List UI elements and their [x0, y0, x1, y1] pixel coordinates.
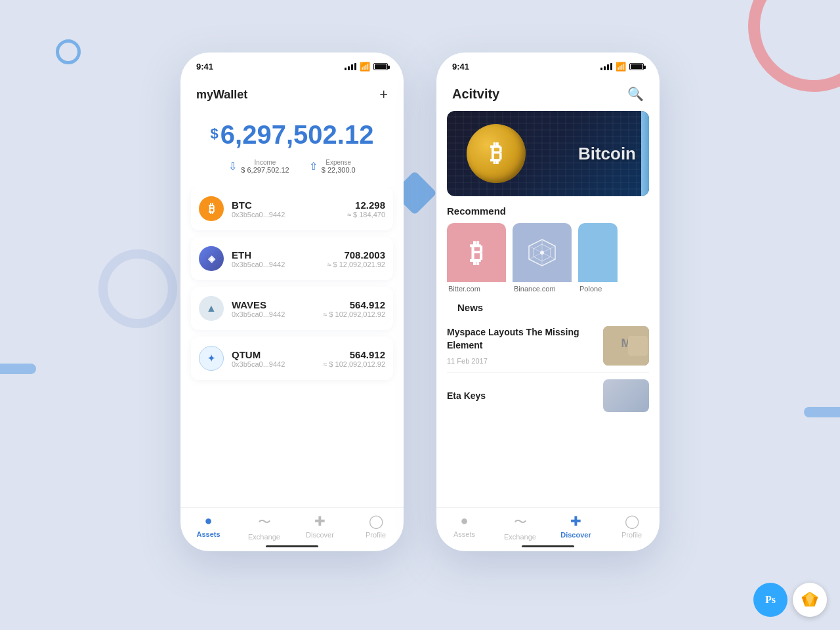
bg-decoration-arc: [748, 0, 840, 92]
search-button[interactable]: 🔍: [627, 86, 644, 102]
qtum-info: QTUM 0x3b5ca0...9442: [232, 349, 323, 368]
bottom-nav-1: ● Assets 〜 Exchange ✚ Discover ◯ Profile: [180, 507, 404, 551]
crypto-row-eth[interactable]: ◈ ETH 0x3b5ca0...9442 708.2003 ≈ $ 12,09…: [191, 237, 393, 280]
btc-info: BTC 0x3b5ca0...9442: [232, 200, 347, 219]
news-thumb-svg: M: [603, 326, 649, 366]
recommend-title: Recommend: [436, 205, 660, 223]
wifi-icon-2: 📶: [616, 62, 626, 72]
assets-label-2: Assets: [453, 530, 475, 538]
home-indicator-1: [266, 545, 318, 547]
nav-profile-2[interactable]: ◯ Profile: [604, 513, 660, 541]
wallet-header: myWallet +: [180, 81, 404, 114]
bg-decoration-circle: [56, 39, 81, 64]
svg-marker-12: [802, 597, 806, 606]
income-info: Income $ 6,297,502.12: [241, 159, 289, 174]
waves-usd: ≈ $ 102,092,012.92: [323, 310, 385, 318]
eth-usd: ≈ $ 12,092,021.92: [327, 261, 385, 268]
wallet-content: myWallet + $ 6,297,502.12 ⇩ Income $ 6,2…: [180, 74, 404, 551]
recommend-row: ₿ Bitter.com: [436, 223, 660, 302]
waves-name: WAVES: [232, 299, 323, 310]
income-value: $ 6,297,502.12: [241, 166, 289, 174]
eth-name: ETH: [232, 249, 327, 261]
nav-exchange-2[interactable]: 〜 Exchange: [492, 513, 548, 541]
assets-label: Assets: [196, 530, 220, 538]
btc-value: 12.298 ≈ $ 184,470: [347, 200, 385, 219]
nav-profile[interactable]: ◯ Profile: [348, 513, 404, 541]
crypto-row-btc[interactable]: ₿ BTC 0x3b5ca0...9442 12.298 ≈ $ 184,470: [191, 187, 393, 230]
recommend-card-polone[interactable]: Polone: [578, 223, 618, 293]
nav-assets-2[interactable]: ● Assets: [436, 513, 492, 541]
news-item-1[interactable]: Myspace Layouts The Missing Element 11 F…: [447, 320, 649, 373]
bitcoin-coin: ₿: [467, 124, 526, 183]
bottom-nav-2: ● Assets 〜 Exchange ✚ Discover ◯ Profile: [436, 507, 660, 551]
crypto-row-waves[interactable]: ▲ WAVES 0x3b5ca0...9442 564.912 ≈ $ 102,…: [191, 287, 393, 330]
news-headline-2: Eta Keys: [447, 390, 603, 401]
waves-address: 0x3b5ca0...9442: [232, 310, 323, 318]
qtum-address: 0x3b5ca0...9442: [232, 360, 323, 368]
hero-partial-card: [641, 111, 649, 196]
binance-card-label: Binance.com: [513, 282, 572, 293]
expense-item: ⇧ Expense $ 22,300.0: [309, 159, 356, 174]
assets-icon-2: ●: [460, 513, 468, 528]
eth-icon: ◈: [199, 246, 224, 271]
photoshop-badge: Ps: [753, 583, 788, 617]
recommend-card-binance[interactable]: Binance.com: [513, 223, 572, 293]
profile-label-2: Profile: [621, 531, 642, 539]
recommend-card-bitcoin[interactable]: ₿ Bitter.com: [447, 223, 506, 293]
battery-icon: [373, 63, 388, 70]
news-section: News Myspace Layouts The Missing Element…: [436, 302, 660, 419]
expense-info: Expense $ 22,300.0: [322, 159, 356, 174]
waves-info: WAVES 0x3b5ca0...9442: [232, 299, 323, 318]
news-headline-1: Myspace Layouts The Missing Element: [447, 326, 595, 352]
waves-amount: 564.912: [323, 299, 385, 310]
qtum-name: QTUM: [232, 349, 323, 360]
btc-icon: ₿: [199, 196, 224, 221]
qtum-amount: 564.912: [323, 349, 385, 360]
sketch-badge: [793, 583, 827, 617]
crypto-row-qtum[interactable]: ✦ QTUM 0x3b5ca0...9442 564.912 ≈ $ 102,0…: [191, 337, 393, 380]
bg-decoration-circle2: [98, 249, 177, 328]
nav-exchange[interactable]: 〜 Exchange: [236, 513, 292, 541]
nav-assets[interactable]: ● Assets: [180, 513, 236, 541]
nav-discover-2[interactable]: ✚ Discover: [548, 513, 604, 541]
balance-amount: 6,297,502.12: [220, 120, 374, 150]
bg-bar-right: [804, 407, 840, 417]
bg-bar-left: [0, 364, 36, 374]
exchange-icon-2: 〜: [514, 513, 527, 531]
sketch-icon: [799, 589, 820, 610]
nav-discover[interactable]: ✚ Discover: [292, 513, 348, 541]
polone-card-image: [578, 223, 618, 282]
battery-fill: [375, 64, 387, 69]
income-icon: ⇩: [228, 160, 237, 173]
profile-icon: ◯: [369, 513, 383, 529]
profile-icon-2: ◯: [625, 513, 639, 529]
status-icons-2: 📶: [600, 62, 644, 72]
battery-icon-2: [629, 63, 644, 70]
signal-icon-2: [600, 63, 612, 70]
eth-amount: 708.2003: [327, 249, 385, 261]
binance-geo-svg: [526, 236, 558, 269]
add-wallet-button[interactable]: +: [379, 86, 388, 103]
wallet-title: myWallet: [196, 88, 247, 102]
news-content-1: Myspace Layouts The Missing Element 11 F…: [447, 326, 595, 365]
status-bar-1: 9:41 📶: [180, 52, 404, 74]
income-label: Income: [241, 159, 289, 166]
svg-marker-13: [814, 597, 818, 606]
income-item: ⇩ Income $ 6,297,502.12: [228, 159, 289, 174]
hero-banner[interactable]: ₿ Bitcoin: [447, 111, 649, 196]
exchange-label: Exchange: [248, 533, 280, 541]
signal-icon: [345, 63, 356, 70]
wallet-phone: 9:41 📶 myWallet +: [180, 52, 404, 551]
battery-fill-2: [631, 64, 642, 69]
eth-info: ETH 0x3b5ca0...9442: [232, 249, 327, 268]
waves-icon: ▲: [199, 296, 224, 321]
qtum-value: 564.912 ≈ $ 102,092,012.92: [323, 349, 385, 368]
expense-icon: ⇧: [309, 160, 318, 173]
exchange-label-2: Exchange: [504, 533, 536, 541]
wifi-icon: 📶: [360, 62, 370, 72]
news-item-2[interactable]: Eta Keys: [447, 373, 649, 419]
balance-display: $ 6,297,502.12: [180, 120, 404, 150]
status-icons-1: 📶: [345, 62, 388, 72]
news-date-1: 11 Feb 2017: [447, 357, 595, 365]
btc-name: BTC: [232, 200, 347, 211]
